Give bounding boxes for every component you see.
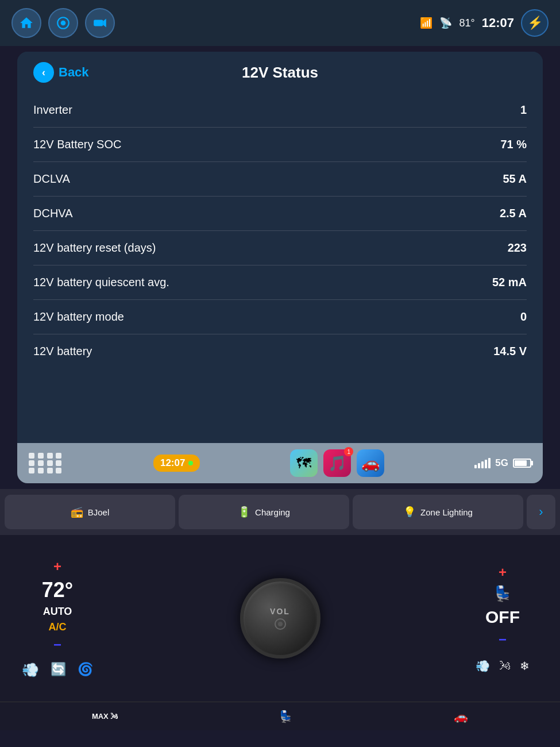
zone-lighting-icon: 💡 [403, 506, 416, 518]
charging-label: Charging [255, 507, 290, 517]
active-indicator [188, 461, 193, 465]
dock-apps: 🗺 🎵 1 🚗 [290, 449, 384, 477]
volume-knob[interactable]: VOL [240, 578, 320, 659]
zone-lighting-button[interactable]: 💡 Zone Lighting [353, 495, 523, 529]
vol-label: VOL [270, 607, 290, 616]
temp-increase-button[interactable]: + [53, 559, 61, 575]
signal-bars [474, 458, 491, 468]
table-row: DCHVA 2.5 A [33, 197, 527, 231]
more-button[interactable]: › [527, 495, 555, 529]
time-display: 12:07 [482, 16, 514, 30]
grid-dot [56, 468, 61, 473]
signal-bar-5 [488, 458, 491, 468]
right-vent-icon: 🌬 [499, 659, 511, 673]
grid-dot [47, 460, 53, 466]
grid-dot [47, 468, 53, 473]
notification-badge: 1 [344, 447, 353, 456]
grid-dot [38, 453, 44, 459]
svg-rect-2 [94, 20, 103, 26]
row-label-battery-soc: 12V Battery SOC [33, 138, 121, 151]
battery-status-icon: ⚡ [521, 9, 549, 37]
signal-bar-3 [481, 461, 484, 468]
temperature-display: 81° [459, 17, 474, 29]
music-app-icon[interactable]: 🎵 1 [323, 449, 351, 477]
row-value-battery: 14.5 V [493, 345, 527, 358]
power-button[interactable] [275, 618, 286, 630]
seat-heat-icon: 💺 [493, 585, 512, 603]
signal-icon: 📡 [439, 17, 452, 29]
back-button[interactable]: ‹ Back [33, 62, 89, 83]
bottom-controls-row: MAX 🌬 💺 🚗 [0, 702, 560, 730]
temp-decrease-button[interactable]: − [53, 637, 61, 653]
row-value-battery-mode: 0 [520, 310, 527, 324]
main-content-card: ‹ Back 12V Status Inverter 1 12V Battery… [17, 52, 543, 483]
sxm-icon: 📻 [71, 506, 83, 518]
sxm-label: BJoel [88, 507, 110, 517]
rear-defrost-icon: 🚗 [454, 710, 468, 723]
seat-cool-icon: 💺 [279, 710, 293, 723]
maps-app-icon[interactable]: 🗺 [290, 449, 318, 477]
right-airflow-icon: 💨 [476, 659, 490, 673]
power-dot [278, 622, 283, 626]
svg-marker-3 [103, 18, 106, 27]
climate-left-panel: + 72° AUTO A/C − 💨 🔄 🌀 [0, 535, 115, 702]
status-area: 📶 📡 81° 12:07 ⚡ [420, 9, 549, 37]
grid-dot [56, 453, 61, 459]
climate-auto-label: AUTO [43, 606, 72, 618]
row-label-battery-mode: 12V battery mode [33, 310, 124, 324]
network-type: 5G [495, 457, 508, 469]
signal-bar-4 [485, 460, 487, 468]
row-label-inverter: Inverter [33, 103, 72, 117]
charging-icon: 🔋 [238, 506, 250, 518]
charging-button[interactable]: 🔋 Charging [179, 495, 349, 529]
chevron-right-icon: › [539, 505, 543, 519]
fan-icon-row: 💨 🔄 🌀 [22, 662, 93, 678]
wifi-icon: 📶 [420, 17, 432, 29]
volume-knob-area: VOL [115, 535, 445, 702]
battery-level-icon [513, 459, 531, 468]
airflow-icon: 💨 [22, 662, 39, 678]
back-label: Back [59, 65, 89, 80]
card-header: ‹ Back 12V Status [17, 52, 543, 93]
media-button[interactable] [48, 8, 78, 38]
dock-grid-icon[interactable] [29, 453, 63, 473]
dock-time-badge: 12:07 [153, 455, 200, 472]
zone-lighting-label: Zone Lighting [420, 507, 473, 517]
bolt-icon: ⚡ [527, 16, 543, 30]
table-row: 12V battery quiescent avg. 52 mA [33, 265, 527, 300]
row-label-battery-reset: 12V battery reset (days) [33, 241, 156, 255]
row-value-inverter: 1 [520, 103, 527, 117]
svg-point-0 [61, 21, 66, 26]
quick-buttons-row: 📻 BJoel 🔋 Charging 💡 Zone Lighting › [0, 489, 560, 535]
table-row: 12V battery 14.5 V [33, 334, 527, 368]
row-value-dchva: 2.5 A [500, 207, 527, 220]
row-value-dclva: 55 A [503, 172, 527, 186]
status-list: Inverter 1 12V Battery SOC 71 % DCLVA 55… [17, 93, 543, 368]
recirculate-icon: 🔄 [51, 662, 66, 678]
passenger-temp-increase-button[interactable]: + [499, 564, 507, 580]
row-label-dclva: DCLVA [33, 172, 70, 186]
fan-speed-icon: 🌀 [78, 662, 93, 678]
right-defrost-icon: ❄ [520, 659, 530, 673]
table-row: 12V battery reset (days) 223 [33, 231, 527, 265]
home-button[interactable] [11, 8, 41, 38]
row-value-battery-soc: 71 % [500, 138, 527, 151]
driver-temp-display: 72° [42, 578, 73, 602]
table-row: 12V battery mode 0 [33, 300, 527, 334]
ios-dock: 12:07 🗺 🎵 1 🚗 5G [17, 443, 543, 483]
passenger-temp-decrease-button[interactable]: − [499, 632, 507, 648]
back-chevron-icon: ‹ [33, 62, 54, 83]
climate-right-panel: + 💺 OFF − 💨 🌬 ❄ [445, 535, 560, 702]
empty-area [17, 368, 543, 443]
climate-ac-label: A/C [49, 621, 67, 633]
grid-dot [38, 468, 44, 473]
battery-fill [515, 460, 527, 466]
video-button[interactable] [85, 8, 115, 38]
table-row: Inverter 1 [33, 93, 527, 128]
sxm-button[interactable]: 📻 BJoel [5, 495, 175, 529]
car-app-icon[interactable]: 🚗 [357, 449, 384, 477]
grid-dot [29, 468, 34, 473]
grid-dot [29, 453, 34, 459]
nav-buttons [11, 8, 115, 38]
signal-bar-2 [478, 463, 480, 468]
